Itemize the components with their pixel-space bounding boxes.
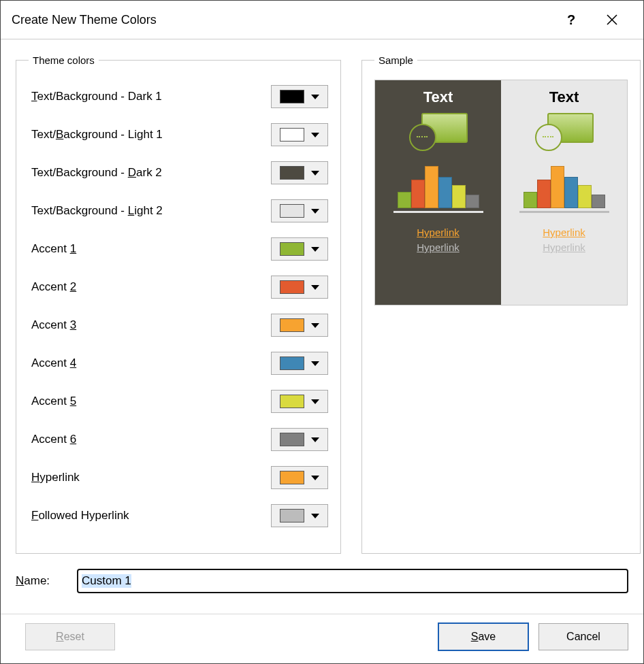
sample-dark-text: Text	[423, 88, 453, 106]
color-swatch-7	[280, 356, 304, 370]
color-label-5: Accent 2	[29, 280, 271, 294]
color-swatch-4	[280, 242, 304, 256]
color-row-9: Accent 6	[29, 424, 328, 455]
color-swatch-2	[280, 166, 304, 180]
color-picker-9[interactable]	[271, 428, 328, 451]
theme-colors-legend: Theme colors	[29, 54, 99, 66]
color-row-3: Text/Background - Light 2	[29, 195, 328, 227]
color-label-11: Followed Hyperlink	[29, 509, 271, 522]
sample-dark-bars	[398, 161, 479, 208]
name-label: Name:	[16, 574, 77, 588]
titlebar: Create New Theme Colors ?	[1, 1, 643, 39]
chevron-down-icon	[311, 514, 319, 518]
color-picker-10[interactable]	[271, 466, 328, 489]
color-picker-2[interactable]	[271, 161, 328, 184]
color-label-3: Text/Background - Light 2	[29, 204, 271, 218]
chevron-down-icon	[311, 399, 319, 404]
color-label-10: Hyperlink	[29, 471, 271, 484]
color-picker-11[interactable]	[271, 504, 328, 527]
color-picker-5[interactable]	[271, 276, 328, 299]
chevron-down-icon	[311, 323, 319, 328]
color-picker-4[interactable]	[271, 237, 328, 261]
sample-dark-panel: Text Hyperlink Hyperlink	[375, 80, 501, 305]
sample-light-bars	[524, 161, 605, 208]
color-swatch-11	[280, 509, 304, 522]
sample-preview: Text Hyperlink Hyperlink Text	[374, 80, 628, 305]
theme-colors-group: Theme colors Text/Background - Dark 1Tex…	[16, 54, 341, 554]
color-row-11: Followed Hyperlink	[29, 500, 328, 531]
color-row-8: Accent 5	[29, 386, 328, 417]
color-row-1: Text/Background - Light 1	[29, 119, 328, 150]
color-swatch-6	[280, 318, 304, 332]
sample-light-hyperlink: Hyperlink	[543, 227, 585, 238]
color-picker-1[interactable]	[271, 123, 328, 146]
color-row-0: Text/Background - Dark 1	[29, 81, 328, 112]
chevron-down-icon	[311, 285, 319, 290]
chevron-down-icon	[311, 247, 319, 252]
color-row-5: Accent 2	[29, 271, 328, 303]
sample-light-text: Text	[549, 88, 579, 106]
color-row-6: Accent 3	[29, 310, 328, 341]
sample-dark-followed-hyperlink: Hyperlink	[417, 242, 460, 253]
chevron-down-icon	[311, 437, 319, 442]
chevron-down-icon	[311, 95, 319, 99]
color-label-9: Accent 6	[29, 433, 271, 446]
color-row-10: Hyperlink	[29, 462, 328, 493]
color-swatch-3	[280, 204, 304, 218]
color-row-4: Accent 1	[29, 233, 328, 265]
color-label-8: Accent 5	[29, 395, 271, 408]
chevron-down-icon	[311, 361, 319, 366]
color-label-2: Text/Background - Dark 2	[29, 166, 271, 180]
color-swatch-5	[280, 280, 304, 294]
color-swatch-1	[280, 128, 304, 142]
color-label-6: Accent 3	[29, 318, 271, 332]
sample-dark-shapes	[409, 113, 468, 151]
color-label-1: Text/Background - Light 1	[29, 128, 271, 142]
color-picker-7[interactable]	[271, 352, 328, 375]
color-picker-0[interactable]	[271, 85, 328, 108]
sample-legend: Sample	[374, 54, 417, 66]
chevron-down-icon	[311, 476, 319, 480]
cancel-button[interactable]: Cancel	[538, 623, 628, 650]
color-row-7: Accent 4	[29, 348, 328, 379]
sample-dark-hyperlink: Hyperlink	[417, 227, 460, 238]
chevron-down-icon	[311, 209, 319, 214]
create-theme-colors-dialog: Create New Theme Colors ? Theme colors T…	[0, 0, 644, 664]
chevron-down-icon	[311, 171, 319, 176]
color-swatch-0	[280, 90, 304, 103]
color-picker-8[interactable]	[271, 390, 328, 413]
color-label-7: Accent 4	[29, 356, 271, 370]
sample-light-shapes	[535, 113, 594, 151]
color-swatch-10	[280, 471, 304, 484]
color-picker-3[interactable]	[271, 199, 328, 222]
help-button[interactable]: ?	[551, 6, 592, 33]
sample-light-followed-hyperlink: Hyperlink	[543, 242, 585, 253]
name-row: Name:	[16, 569, 628, 593]
reset-button[interactable]: Reset	[25, 623, 115, 650]
color-label-0: Text/Background - Dark 1	[29, 90, 271, 103]
color-picker-6[interactable]	[271, 314, 328, 337]
color-row-2: Text/Background - Dark 2	[29, 157, 328, 188]
dialog-footer: Reset Save Cancel	[1, 614, 643, 663]
sample-light-panel: Text Hyperlink Hyperlink	[501, 80, 627, 305]
color-label-4: Accent 1	[29, 242, 271, 256]
dialog-title: Create New Theme Colors	[12, 13, 157, 27]
close-icon	[607, 14, 617, 25]
sample-group: Sample Text Hyperlink Hyperlink	[361, 54, 641, 554]
chevron-down-icon	[311, 133, 319, 137]
name-input[interactable]	[77, 569, 628, 593]
color-swatch-8	[280, 395, 304, 408]
save-button[interactable]: Save	[438, 622, 529, 651]
close-button[interactable]	[592, 6, 632, 33]
color-swatch-9	[280, 433, 304, 446]
